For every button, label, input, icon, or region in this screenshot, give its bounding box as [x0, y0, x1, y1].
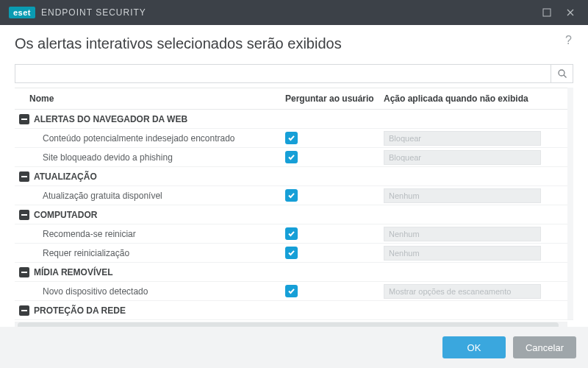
close-button[interactable] [559, 0, 582, 25]
alert-name: Novo dispositivo detectado [15, 286, 285, 297]
group-label: ATUALIZAÇÃO [34, 171, 97, 182]
help-icon[interactable]: ? [565, 34, 572, 47]
ask-user-checkbox[interactable] [285, 285, 298, 297]
page-title: Os alertas interativos selecionados serã… [15, 35, 573, 52]
group-row[interactable]: COMPUTADOR [15, 205, 573, 224]
collapse-icon[interactable] [19, 171, 29, 182]
ask-user-checkbox[interactable] [285, 227, 298, 240]
table-row: Recomenda-se reiniciarNenhum [15, 224, 573, 244]
vertical-scrollbar[interactable] [567, 88, 573, 319]
table-row: Novo dispositivo detectadoMostrar opções… [15, 282, 573, 301]
group-row[interactable]: MÍDIA REMOVÍVEL [15, 263, 573, 282]
table-row: Atualização gratuita disponívelNenhum [15, 186, 573, 205]
group-name: COMPUTADOR [15, 210, 285, 220]
table-row: Site bloqueado devido a phishingBloquear [15, 148, 573, 167]
ask-user-checkbox[interactable] [285, 247, 298, 259]
col-header-action[interactable]: Ação aplicada quando não exibida [384, 93, 573, 104]
col-header-ask[interactable]: Perguntar ao usuário [285, 93, 384, 104]
table-row: Conteúdo potencialmente indesejado encon… [15, 129, 573, 148]
search-icon [557, 68, 567, 79]
ask-user-checkbox[interactable] [285, 132, 298, 144]
action-field[interactable]: Nenhum [384, 246, 541, 261]
group-name: PROTEÇÃO DA REDE [15, 305, 285, 316]
minimize-button[interactable] [535, 0, 559, 25]
action-field[interactable]: Bloquear [384, 131, 541, 146]
ok-button[interactable]: OK [442, 336, 506, 358]
collapse-icon[interactable] [19, 114, 29, 124]
action-field[interactable]: Nenhum [384, 188, 541, 203]
table-row: Requer reinicializaçãoNenhum [15, 244, 573, 263]
alert-name: Conteúdo potencialmente indesejado encon… [15, 133, 285, 144]
brand-badge: eset [9, 7, 35, 18]
group-row[interactable]: ATUALIZAÇÃO [15, 167, 573, 186]
group-label: ALERTAS DO NAVEGADOR DA WEB [34, 114, 187, 124]
search-input[interactable] [15, 65, 551, 82]
table-header: Nome Perguntar ao usuário Ação aplicada … [15, 88, 573, 110]
cancel-button[interactable]: Cancelar [513, 336, 576, 358]
collapse-icon[interactable] [19, 210, 29, 220]
collapse-icon[interactable] [19, 305, 29, 316]
dialog-footer: OK Cancelar [0, 327, 588, 368]
group-label: COMPUTADOR [34, 210, 97, 220]
collapse-icon[interactable] [19, 267, 29, 277]
group-label: MÍDIA REMOVÍVEL [34, 267, 113, 277]
alert-name: Atualização gratuita disponível [15, 191, 285, 201]
search-button[interactable] [551, 65, 573, 82]
group-name: ALERTAS DO NAVEGADOR DA WEB [15, 114, 285, 124]
svg-rect-0 [543, 9, 551, 16]
alert-name: Site bloqueado devido a phishing [15, 152, 285, 163]
title-bar: eset ENDPOINT SECURITY [0, 0, 588, 25]
action-field[interactable]: Bloquear [384, 150, 541, 165]
group-row[interactable]: ALERTAS DO NAVEGADOR DA WEB [15, 110, 573, 129]
svg-point-1 [559, 70, 564, 76]
alerts-table: Nome Perguntar ao usuário Ação aplicada … [15, 88, 573, 320]
action-field[interactable]: Nenhum [384, 227, 541, 241]
group-row[interactable]: PROTEÇÃO DA REDE [15, 301, 573, 320]
group-name: ATUALIZAÇÃO [15, 171, 285, 182]
group-name: MÍDIA REMOVÍVEL [15, 267, 285, 277]
alert-name: Recomenda-se reiniciar [15, 229, 285, 239]
product-name: ENDPOINT SECURITY [41, 7, 146, 18]
ask-user-checkbox[interactable] [285, 151, 298, 163]
action-field[interactable]: Mostrar opções de escaneamento [384, 284, 541, 299]
col-header-name[interactable]: Nome [15, 93, 285, 104]
alert-name: Requer reinicialização [15, 248, 285, 258]
search-row [15, 64, 573, 83]
group-label: PROTEÇÃO DA REDE [34, 305, 126, 316]
ask-user-checkbox[interactable] [285, 189, 298, 202]
